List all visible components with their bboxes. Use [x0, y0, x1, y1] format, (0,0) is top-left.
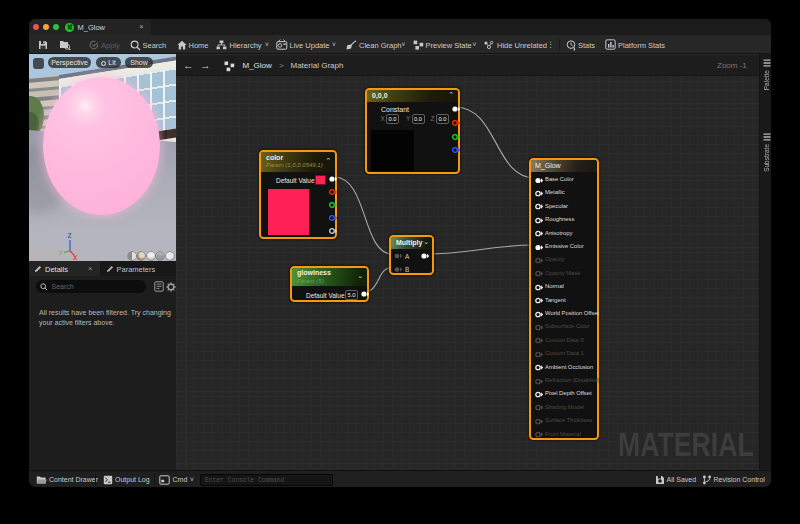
svg-text:y: y — [59, 249, 62, 255]
svg-text:Z: Z — [68, 232, 72, 239]
svg-text:X: X — [73, 254, 78, 260]
